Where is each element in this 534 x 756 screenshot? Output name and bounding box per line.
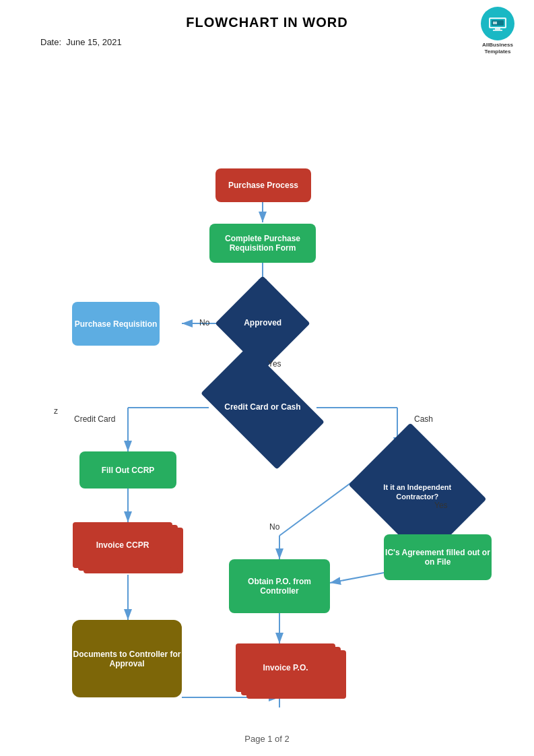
- svg-line-19: [279, 478, 357, 536]
- page-title: FLOWCHART IN WORD: [0, 0, 534, 30]
- ic-no-label: No: [269, 522, 279, 532]
- svg-rect-3: [493, 30, 502, 31]
- credit-card-cash-diamond: Credit Card or Cash: [209, 374, 316, 441]
- svg-rect-2: [495, 28, 500, 30]
- purchase-process-shape: Purchase Process: [215, 168, 311, 202]
- svg-rect-5: [493, 22, 497, 24]
- credit-card-label: Credit Card: [74, 414, 115, 424]
- page-footer: Page 1 of 2: [0, 734, 534, 744]
- purchase-requisition-shape: Purchase Requisition: [72, 302, 160, 346]
- flowchart: Purchase Process Complete Purchase Requi…: [0, 51, 534, 751]
- ic-yes-label: Yes: [434, 501, 448, 510]
- fill-out-ccrp-shape: Fill Out CCRP: [79, 451, 176, 489]
- svg-line-21: [330, 573, 384, 583]
- approved-no-label: No: [199, 318, 209, 327]
- documents-to-controller-shape: Documents to Controller for Approval: [72, 620, 182, 697]
- approved-diamond: Approved: [229, 290, 296, 357]
- invoice-ccpr-stacked: Invoice CCPR: [73, 522, 176, 576]
- complete-form-shape: Complete Purchase Requisition Form: [209, 224, 316, 263]
- obtain-po-shape: Obtain P.O. from Controller: [229, 559, 330, 613]
- cash-label: Cash: [414, 414, 433, 424]
- ics-agreement-shape: IC's Agreement filled out or on File: [384, 534, 492, 580]
- date-line: Date: June 15, 2021: [40, 37, 534, 47]
- invoice-po-stacked: Invoice P.O.: [236, 643, 339, 704]
- z-label: z: [54, 406, 58, 416]
- logo: AllBusiness Templates: [475, 7, 521, 56]
- logo-circle: [481, 7, 514, 40]
- independent-contractor-diamond: It it an Independent Contractor?: [364, 448, 471, 536]
